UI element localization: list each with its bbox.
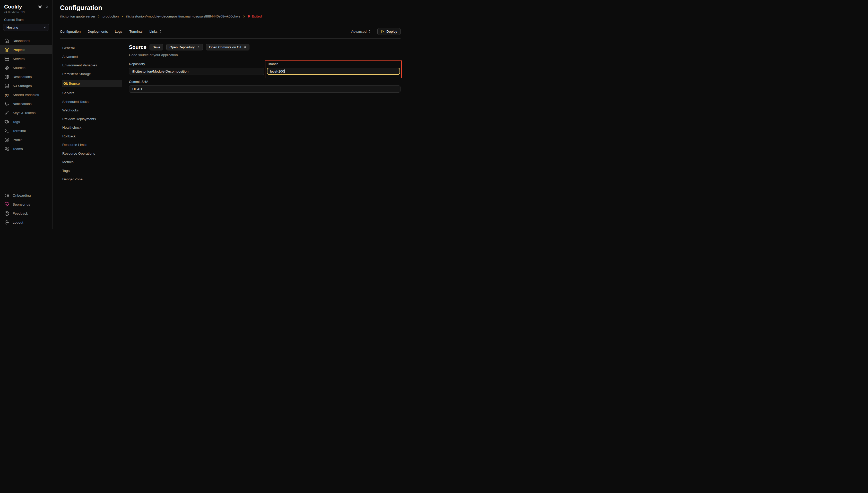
sidebar-item-s3-storages[interactable]: S3 Storages	[0, 81, 52, 90]
subnav-item-metrics[interactable]: Metrics	[60, 158, 129, 167]
tab-logs[interactable]: Logs	[115, 29, 122, 34]
repository-label: Repository	[129, 62, 264, 66]
subnav-item-persistent-storage[interactable]: Persistent Storage	[60, 70, 129, 79]
sidebar-footer-nav: Onboarding Sponsor us Feedback Logout	[0, 191, 52, 227]
sidebar-item-teams[interactable]: Teams	[0, 144, 52, 153]
branch-value: level-100	[270, 69, 284, 73]
tab-terminal[interactable]: Terminal	[129, 29, 142, 34]
repository-field: Repository	[129, 62, 264, 75]
advanced-menu[interactable]: Advanced	[351, 29, 371, 34]
arrow-up-right-icon	[244, 46, 246, 49]
sidebar-item-sponsor-us[interactable]: Sponsor us	[0, 200, 52, 209]
app-root: Coolify v4.0.0-beta.399 Current Team Hos…	[0, 0, 404, 229]
logo-row: Coolify	[0, 4, 52, 10]
source-panel-header: Source Save Open Repository Open Commits…	[129, 44, 401, 50]
tab-configuration[interactable]: Configuration	[60, 29, 81, 34]
subnav-item-resource-limits[interactable]: Resource Limits	[60, 141, 129, 149]
status-dot-icon	[248, 15, 250, 18]
sidebar-item-terminal[interactable]: Terminal	[0, 126, 52, 135]
commit-sha-input[interactable]	[129, 85, 401, 93]
sidebar-item-notifications[interactable]: Notifications	[0, 99, 52, 108]
map-icon	[4, 74, 9, 80]
branch-label: Branch	[268, 62, 400, 66]
subnav-item-rollback[interactable]: Rollback	[60, 132, 129, 141]
sidebar-item-destinations[interactable]: Destinations	[0, 72, 52, 81]
sidebar: Coolify v4.0.0-beta.399 Current Team Hos…	[0, 0, 52, 229]
breadcrumb: illicitonion quote server production ill…	[60, 15, 401, 18]
breadcrumb-application[interactable]: illicitestonion/-module--decomposition:m…	[126, 15, 240, 18]
breadcrumb-project[interactable]: illicitonion quote server	[60, 15, 95, 18]
help-circle-icon	[4, 211, 9, 216]
branch-input[interactable]: level-100	[267, 68, 400, 75]
repo-branch-row: Repository Branch level-100	[129, 61, 401, 78]
subnav-item-servers[interactable]: Servers	[60, 89, 129, 98]
git-source-icon	[4, 65, 9, 70]
subnav-item-resource-operations[interactable]: Resource Operations	[60, 149, 129, 158]
main-area: Configuration illicitonion quote server …	[52, 0, 404, 229]
terminal-icon	[4, 128, 9, 133]
tab-deployments[interactable]: Deployments	[87, 29, 108, 34]
bell-icon	[4, 101, 9, 107]
heart-icon	[4, 202, 9, 207]
subnav-item-preview-deployments[interactable]: Preview Deployments	[60, 115, 129, 124]
annotation-box-branch: Branch level-100	[265, 61, 402, 78]
chevron-down-icon	[43, 25, 47, 29]
sidebar-item-projects[interactable]: Projects	[0, 45, 52, 54]
sidebar-item-keys-tokens[interactable]: Keys & Tokens	[0, 108, 52, 117]
breadcrumb-environment[interactable]: production	[103, 15, 119, 18]
sidebar-item-profile[interactable]: Profile	[0, 135, 52, 144]
users-icon	[4, 146, 9, 152]
team-select-value: Hosting	[6, 25, 18, 29]
subnav-item-environment-variables[interactable]: Environment Variables	[60, 61, 129, 70]
subnav-item-advanced[interactable]: Advanced	[60, 52, 129, 61]
theme-sun-icon[interactable]	[38, 5, 42, 9]
subnav-item-git-source[interactable]: Git Source	[62, 80, 122, 87]
subnav-item-danger-zone[interactable]: Danger Zone	[60, 175, 129, 184]
current-team-label: Current Team	[0, 18, 52, 22]
key-icon	[4, 110, 9, 115]
sidebar-item-sources[interactable]: Sources	[0, 63, 52, 72]
sidebar-nav: Dashboard Projects Servers Sources Desti…	[0, 36, 52, 153]
subnav-item-general[interactable]: General	[60, 44, 129, 52]
open-commits-button[interactable]: Open Commits on Git	[206, 44, 250, 50]
page-title: Configuration	[60, 4, 401, 12]
checklist-icon	[4, 193, 9, 198]
subnav-item-tags[interactable]: Tags	[60, 167, 129, 175]
sidebar-item-logout[interactable]: Logout	[0, 218, 52, 227]
open-repository-button[interactable]: Open Repository	[166, 44, 203, 50]
source-panel: Source Save Open Repository Open Commits…	[129, 44, 401, 229]
logo-icons	[38, 5, 48, 9]
tab-links[interactable]: Links	[149, 29, 162, 34]
subnav-item-webhooks[interactable]: Webhooks	[60, 106, 129, 115]
logout-icon	[4, 220, 9, 225]
sidebar-item-servers[interactable]: Servers	[0, 54, 52, 63]
commit-sha-field: Commit SHA	[129, 80, 401, 93]
shared-variables-icon: (x)	[4, 92, 9, 98]
sidebar-item-dashboard[interactable]: Dashboard	[0, 36, 52, 45]
user-circle-icon	[4, 137, 9, 143]
save-button[interactable]: Save	[150, 44, 164, 50]
sidebar-item-shared-variables[interactable]: (x) Shared Variables	[0, 90, 52, 99]
sidebar-item-onboarding[interactable]: Onboarding	[0, 191, 52, 200]
page-header: Configuration illicitonion quote server …	[52, 0, 404, 18]
tab-bar: Configuration Deployments Logs Terminal …	[60, 24, 401, 39]
sidebar-item-tags[interactable]: Tags	[0, 117, 52, 126]
commit-sha-label: Commit SHA	[129, 80, 401, 84]
chevron-right-icon	[242, 15, 246, 18]
arrow-up-right-icon	[197, 46, 200, 49]
app-logo[interactable]: Coolify	[4, 4, 22, 10]
chevron-up-down-icon	[159, 30, 162, 33]
app-version: v4.0.0-beta.399	[0, 10, 52, 14]
subnav-item-scheduled-tasks[interactable]: Scheduled Tasks	[60, 98, 129, 106]
repository-input[interactable]	[129, 68, 264, 75]
team-select[interactable]: Hosting	[3, 24, 49, 31]
sidebar-item-feedback[interactable]: Feedback	[0, 209, 52, 218]
chevron-right-icon	[97, 15, 100, 18]
deploy-button[interactable]: Deploy	[377, 28, 401, 35]
status-badge: Exited	[248, 15, 262, 18]
text-cursor	[284, 69, 285, 73]
chevron-up-down-icon[interactable]	[45, 5, 48, 8]
subnav-item-healthcheck[interactable]: Healthcheck	[60, 123, 129, 132]
database-icon	[4, 83, 9, 88]
chevron-up-down-icon	[368, 30, 371, 33]
